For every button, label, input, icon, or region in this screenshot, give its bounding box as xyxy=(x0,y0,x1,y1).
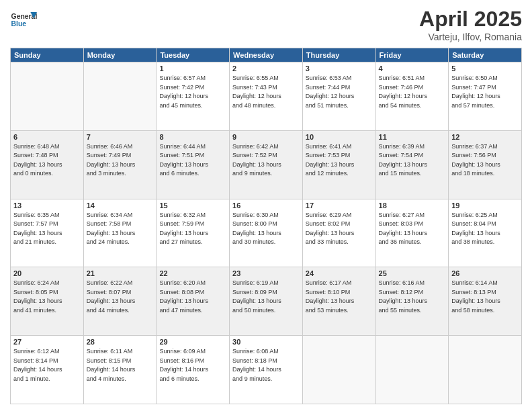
calendar-title: April 2025 xyxy=(419,7,522,32)
day-number: 11 xyxy=(379,133,446,141)
day-number: 14 xyxy=(87,201,154,210)
table-row: 6Sunrise: 6:48 AM Sunset: 7:48 PM Daylig… xyxy=(11,130,84,199)
table-row: 14Sunrise: 6:34 AM Sunset: 7:58 PM Dayli… xyxy=(83,199,157,267)
week-row: 27Sunrise: 6:12 AM Sunset: 8:14 PM Dayli… xyxy=(11,336,522,404)
day-detail: Sunrise: 6:37 AM Sunset: 7:56 PM Dayligh… xyxy=(451,142,519,179)
day-number: 19 xyxy=(451,201,519,210)
day-number: 5 xyxy=(451,64,519,73)
day-number: 28 xyxy=(87,338,154,346)
day-detail: Sunrise: 6:46 AM Sunset: 7:49 PM Dayligh… xyxy=(87,142,154,179)
day-number: 22 xyxy=(159,269,226,277)
day-detail: Sunrise: 6:48 AM Sunset: 7:48 PM Dayligh… xyxy=(13,142,81,179)
table-row: 30Sunrise: 6:08 AM Sunset: 8:18 PM Dayli… xyxy=(230,336,303,404)
table-row: 15Sunrise: 6:32 AM Sunset: 7:59 PM Dayli… xyxy=(157,199,230,267)
table-row: 20Sunrise: 6:24 AM Sunset: 8:05 PM Dayli… xyxy=(11,267,84,336)
day-number: 21 xyxy=(87,269,154,277)
calendar-table: Sunday Monday Tuesday Wednesday Thursday… xyxy=(10,48,522,404)
day-detail: Sunrise: 6:39 AM Sunset: 7:54 PM Dayligh… xyxy=(379,142,446,179)
day-number: 16 xyxy=(232,201,300,210)
day-number: 15 xyxy=(159,201,226,210)
col-thursday: Thursday xyxy=(302,48,375,62)
day-detail: Sunrise: 6:35 AM Sunset: 7:57 PM Dayligh… xyxy=(13,211,81,247)
table-row: 19Sunrise: 6:25 AM Sunset: 8:04 PM Dayli… xyxy=(449,199,522,267)
week-row: 13Sunrise: 6:35 AM Sunset: 7:57 PM Dayli… xyxy=(11,199,522,267)
svg-text:Blue: Blue xyxy=(11,20,27,28)
table-row: 12Sunrise: 6:37 AM Sunset: 7:56 PM Dayli… xyxy=(449,130,522,199)
header-row: Sunday Monday Tuesday Wednesday Thursday… xyxy=(11,48,522,62)
title-block: April 2025 Varteju, Ilfov, Romania xyxy=(419,7,522,42)
day-number: 20 xyxy=(13,269,81,277)
day-number: 29 xyxy=(159,338,226,346)
day-number: 3 xyxy=(306,64,373,73)
table-row xyxy=(449,336,522,404)
table-row: 5Sunrise: 6:50 AM Sunset: 7:47 PM Daylig… xyxy=(449,62,522,131)
table-row xyxy=(11,62,84,131)
day-detail: Sunrise: 6:51 AM Sunset: 7:46 PM Dayligh… xyxy=(379,74,446,110)
day-number: 9 xyxy=(232,133,300,141)
day-number: 26 xyxy=(451,269,519,277)
day-number: 1 xyxy=(159,64,226,73)
table-row: 29Sunrise: 6:09 AM Sunset: 8:16 PM Dayli… xyxy=(157,336,230,404)
table-row: 7Sunrise: 6:46 AM Sunset: 7:49 PM Daylig… xyxy=(83,130,157,199)
day-number: 30 xyxy=(232,338,300,346)
day-number: 25 xyxy=(379,269,446,277)
logo-icon: General Blue xyxy=(10,7,37,34)
day-detail: Sunrise: 6:50 AM Sunset: 7:47 PM Dayligh… xyxy=(451,74,519,110)
day-detail: Sunrise: 6:30 AM Sunset: 8:00 PM Dayligh… xyxy=(232,211,300,247)
day-detail: Sunrise: 6:32 AM Sunset: 7:59 PM Dayligh… xyxy=(159,211,226,247)
day-detail: Sunrise: 6:57 AM Sunset: 7:42 PM Dayligh… xyxy=(159,74,226,110)
day-detail: Sunrise: 6:44 AM Sunset: 7:51 PM Dayligh… xyxy=(159,142,226,179)
day-detail: Sunrise: 6:11 AM Sunset: 8:15 PM Dayligh… xyxy=(87,347,154,383)
week-row: 6Sunrise: 6:48 AM Sunset: 7:48 PM Daylig… xyxy=(11,130,522,199)
table-row: 10Sunrise: 6:41 AM Sunset: 7:53 PM Dayli… xyxy=(302,130,375,199)
table-row: 8Sunrise: 6:44 AM Sunset: 7:51 PM Daylig… xyxy=(157,130,230,199)
day-detail: Sunrise: 6:20 AM Sunset: 8:08 PM Dayligh… xyxy=(159,279,226,315)
table-row xyxy=(302,336,375,404)
col-monday: Monday xyxy=(83,48,157,62)
day-number: 23 xyxy=(232,269,300,277)
table-row: 28Sunrise: 6:11 AM Sunset: 8:15 PM Dayli… xyxy=(83,336,157,404)
day-number: 12 xyxy=(451,133,519,141)
day-detail: Sunrise: 6:08 AM Sunset: 8:18 PM Dayligh… xyxy=(232,347,300,383)
table-row: 3Sunrise: 6:53 AM Sunset: 7:44 PM Daylig… xyxy=(302,62,375,131)
day-detail: Sunrise: 6:24 AM Sunset: 8:05 PM Dayligh… xyxy=(13,279,81,315)
table-row: 9Sunrise: 6:42 AM Sunset: 7:52 PM Daylig… xyxy=(230,130,303,199)
table-row: 2Sunrise: 6:55 AM Sunset: 7:43 PM Daylig… xyxy=(230,62,303,131)
day-detail: Sunrise: 6:55 AM Sunset: 7:43 PM Dayligh… xyxy=(232,74,300,110)
day-number: 7 xyxy=(87,133,154,141)
day-detail: Sunrise: 6:09 AM Sunset: 8:16 PM Dayligh… xyxy=(159,347,226,383)
page: General Blue April 2025 Varteju, Ilfov, … xyxy=(0,0,532,411)
table-row: 13Sunrise: 6:35 AM Sunset: 7:57 PM Dayli… xyxy=(11,199,84,267)
table-row: 27Sunrise: 6:12 AM Sunset: 8:14 PM Dayli… xyxy=(11,336,84,404)
day-detail: Sunrise: 6:27 AM Sunset: 8:03 PM Dayligh… xyxy=(379,211,446,247)
day-detail: Sunrise: 6:14 AM Sunset: 8:13 PM Dayligh… xyxy=(451,279,519,315)
col-wednesday: Wednesday xyxy=(230,48,303,62)
table-row: 21Sunrise: 6:22 AM Sunset: 8:07 PM Dayli… xyxy=(83,267,157,336)
day-detail: Sunrise: 6:29 AM Sunset: 8:02 PM Dayligh… xyxy=(306,211,373,247)
week-row: 20Sunrise: 6:24 AM Sunset: 8:05 PM Dayli… xyxy=(11,267,522,336)
table-row: 18Sunrise: 6:27 AM Sunset: 8:03 PM Dayli… xyxy=(375,199,449,267)
day-number: 6 xyxy=(13,133,81,141)
table-row xyxy=(375,336,449,404)
col-saturday: Saturday xyxy=(449,48,522,62)
col-tuesday: Tuesday xyxy=(157,48,230,62)
day-detail: Sunrise: 6:34 AM Sunset: 7:58 PM Dayligh… xyxy=(87,211,154,247)
table-row: 23Sunrise: 6:19 AM Sunset: 8:09 PM Dayli… xyxy=(230,267,303,336)
table-row: 16Sunrise: 6:30 AM Sunset: 8:00 PM Dayli… xyxy=(230,199,303,267)
table-row: 24Sunrise: 6:17 AM Sunset: 8:10 PM Dayli… xyxy=(302,267,375,336)
table-row: 11Sunrise: 6:39 AM Sunset: 7:54 PM Dayli… xyxy=(375,130,449,199)
table-row: 26Sunrise: 6:14 AM Sunset: 8:13 PM Dayli… xyxy=(449,267,522,336)
table-row: 25Sunrise: 6:16 AM Sunset: 8:12 PM Dayli… xyxy=(375,267,449,336)
day-number: 4 xyxy=(379,64,446,73)
header: General Blue April 2025 Varteju, Ilfov, … xyxy=(10,7,522,42)
day-detail: Sunrise: 6:53 AM Sunset: 7:44 PM Dayligh… xyxy=(306,74,373,110)
day-detail: Sunrise: 6:42 AM Sunset: 7:52 PM Dayligh… xyxy=(232,142,300,179)
day-number: 8 xyxy=(159,133,226,141)
table-row: 17Sunrise: 6:29 AM Sunset: 8:02 PM Dayli… xyxy=(302,199,375,267)
day-detail: Sunrise: 6:19 AM Sunset: 8:09 PM Dayligh… xyxy=(232,279,300,315)
table-row: 1Sunrise: 6:57 AM Sunset: 7:42 PM Daylig… xyxy=(157,62,230,131)
logo: General Blue xyxy=(10,7,37,34)
week-row: 1Sunrise: 6:57 AM Sunset: 7:42 PM Daylig… xyxy=(11,62,522,131)
col-friday: Friday xyxy=(375,48,449,62)
table-row: 22Sunrise: 6:20 AM Sunset: 8:08 PM Dayli… xyxy=(157,267,230,336)
